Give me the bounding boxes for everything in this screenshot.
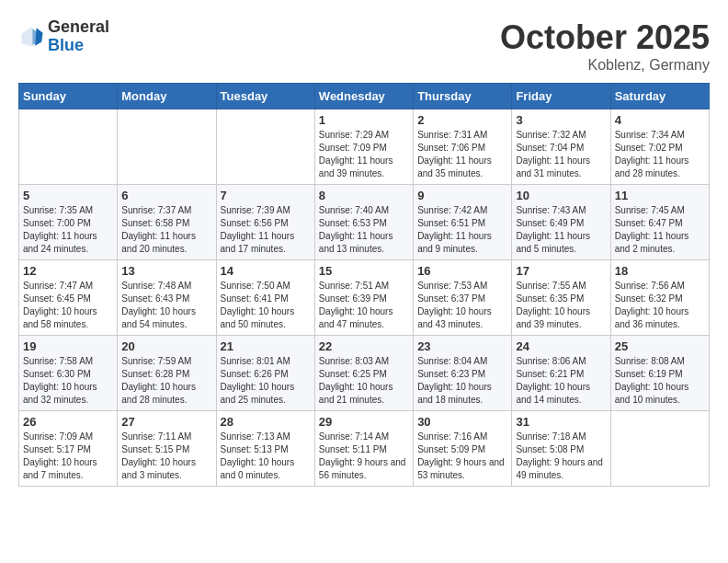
weekday-header-sunday: Sunday: [19, 84, 118, 109]
day-content: Sunrise: 8:06 AM Sunset: 6:21 PM Dayligh…: [516, 355, 606, 407]
day-content: Sunrise: 7:55 AM Sunset: 6:35 PM Dayligh…: [516, 280, 606, 331]
day-number: 1: [319, 113, 409, 127]
day-content: Sunrise: 8:04 AM Sunset: 6:23 PM Dayligh…: [417, 355, 507, 407]
day-number: 14: [221, 264, 311, 278]
weekday-header-friday: Friday: [512, 84, 610, 109]
calendar-cell: 12Sunrise: 7:47 AM Sunset: 6:45 PM Dayli…: [19, 260, 118, 336]
day-number: 16: [417, 264, 507, 278]
calendar-cell: 25Sunrise: 8:08 AM Sunset: 6:19 PM Dayli…: [610, 336, 709, 411]
day-number: 5: [23, 189, 113, 202]
day-number: 4: [615, 113, 705, 127]
day-content: Sunrise: 7:39 AM Sunset: 6:56 PM Dayligh…: [221, 204, 311, 256]
logo-icon: [18, 24, 44, 50]
logo-blue-text: Blue: [48, 37, 109, 55]
day-content: Sunrise: 7:40 AM Sunset: 6:53 PM Dayligh…: [319, 204, 409, 256]
day-number: 13: [121, 264, 211, 278]
day-number: 8: [319, 189, 409, 202]
location-subtitle: Koblenz, Germany: [500, 57, 710, 74]
calendar: SundayMondayTuesdayWednesdayThursdayFrid…: [18, 83, 710, 487]
day-number: 29: [319, 415, 409, 429]
day-number: 3: [516, 113, 606, 127]
calendar-cell: [216, 109, 314, 185]
weekday-header-thursday: Thursday: [414, 84, 512, 109]
day-number: 23: [417, 339, 507, 353]
day-content: Sunrise: 7:37 AM Sunset: 6:58 PM Dayligh…: [121, 204, 211, 256]
day-content: Sunrise: 7:34 AM Sunset: 7:02 PM Dayligh…: [615, 129, 705, 180]
day-number: 2: [417, 113, 507, 127]
calendar-cell: 29Sunrise: 7:14 AM Sunset: 5:11 PM Dayli…: [314, 411, 413, 487]
day-content: Sunrise: 7:48 AM Sunset: 6:43 PM Dayligh…: [121, 280, 211, 331]
calendar-cell: 19Sunrise: 7:58 AM Sunset: 6:30 PM Dayli…: [19, 336, 118, 411]
day-content: Sunrise: 7:13 AM Sunset: 5:13 PM Dayligh…: [221, 431, 311, 482]
day-number: 21: [221, 339, 311, 353]
calendar-week-2: 5Sunrise: 7:35 AM Sunset: 7:00 PM Daylig…: [19, 185, 710, 260]
logo: General Blue: [18, 18, 109, 55]
day-number: 15: [319, 264, 409, 278]
day-content: Sunrise: 7:50 AM Sunset: 6:41 PM Dayligh…: [221, 280, 311, 331]
day-content: Sunrise: 8:01 AM Sunset: 6:26 PM Dayligh…: [221, 355, 311, 407]
day-content: Sunrise: 7:35 AM Sunset: 7:00 PM Dayligh…: [23, 204, 113, 256]
calendar-cell: 3Sunrise: 7:32 AM Sunset: 7:04 PM Daylig…: [512, 109, 610, 185]
day-content: Sunrise: 7:53 AM Sunset: 6:37 PM Dayligh…: [417, 280, 507, 331]
calendar-week-3: 12Sunrise: 7:47 AM Sunset: 6:45 PM Dayli…: [19, 260, 710, 336]
day-content: Sunrise: 7:43 AM Sunset: 6:49 PM Dayligh…: [516, 204, 606, 256]
calendar-cell: [118, 109, 216, 185]
day-number: 9: [417, 189, 507, 202]
day-content: Sunrise: 7:29 AM Sunset: 7:09 PM Dayligh…: [319, 129, 409, 180]
calendar-cell: 6Sunrise: 7:37 AM Sunset: 6:58 PM Daylig…: [118, 185, 216, 260]
weekday-header-tuesday: Tuesday: [216, 84, 314, 109]
day-number: 24: [516, 339, 606, 353]
calendar-cell: 22Sunrise: 8:03 AM Sunset: 6:25 PM Dayli…: [314, 336, 413, 411]
title-area: October 2025 Koblenz, Germany: [500, 18, 710, 74]
day-number: 6: [121, 189, 211, 202]
calendar-cell: 23Sunrise: 8:04 AM Sunset: 6:23 PM Dayli…: [414, 336, 512, 411]
day-number: 11: [615, 189, 705, 202]
calendar-cell: 20Sunrise: 7:59 AM Sunset: 6:28 PM Dayli…: [118, 336, 216, 411]
calendar-week-1: 1Sunrise: 7:29 AM Sunset: 7:09 PM Daylig…: [19, 109, 710, 185]
calendar-cell: 9Sunrise: 7:42 AM Sunset: 6:51 PM Daylig…: [414, 185, 512, 260]
day-content: Sunrise: 7:11 AM Sunset: 5:15 PM Dayligh…: [121, 431, 211, 482]
day-content: Sunrise: 7:47 AM Sunset: 6:45 PM Dayligh…: [23, 280, 113, 331]
calendar-cell: 27Sunrise: 7:11 AM Sunset: 5:15 PM Dayli…: [118, 411, 216, 487]
calendar-cell: [19, 109, 118, 185]
weekday-header-wednesday: Wednesday: [314, 84, 413, 109]
day-content: Sunrise: 7:14 AM Sunset: 5:11 PM Dayligh…: [319, 431, 409, 482]
calendar-cell: 16Sunrise: 7:53 AM Sunset: 6:37 PM Dayli…: [414, 260, 512, 336]
day-content: Sunrise: 8:08 AM Sunset: 6:19 PM Dayligh…: [615, 355, 705, 407]
calendar-cell: 30Sunrise: 7:16 AM Sunset: 5:09 PM Dayli…: [414, 411, 512, 487]
svg-marker-2: [35, 28, 42, 46]
weekday-header-monday: Monday: [118, 84, 216, 109]
calendar-cell: 11Sunrise: 7:45 AM Sunset: 6:47 PM Dayli…: [610, 185, 709, 260]
day-content: Sunrise: 7:58 AM Sunset: 6:30 PM Dayligh…: [23, 355, 113, 407]
day-number: 19: [23, 339, 113, 353]
day-content: Sunrise: 7:51 AM Sunset: 6:39 PM Dayligh…: [319, 280, 409, 331]
day-number: 27: [121, 415, 211, 429]
calendar-cell: 31Sunrise: 7:18 AM Sunset: 5:08 PM Dayli…: [512, 411, 610, 487]
day-content: Sunrise: 7:31 AM Sunset: 7:06 PM Dayligh…: [417, 129, 507, 180]
day-number: 10: [516, 189, 606, 202]
calendar-cell: 1Sunrise: 7:29 AM Sunset: 7:09 PM Daylig…: [314, 109, 413, 185]
header: General Blue October 2025 Koblenz, Germa…: [18, 18, 710, 74]
month-title: October 2025: [500, 18, 710, 57]
day-number: 18: [615, 264, 705, 278]
weekday-header-row: SundayMondayTuesdayWednesdayThursdayFrid…: [19, 84, 710, 109]
calendar-cell: 21Sunrise: 8:01 AM Sunset: 6:26 PM Dayli…: [216, 336, 314, 411]
calendar-cell: [610, 411, 709, 487]
calendar-cell: 28Sunrise: 7:13 AM Sunset: 5:13 PM Dayli…: [216, 411, 314, 487]
weekday-header-saturday: Saturday: [610, 84, 709, 109]
day-number: 30: [417, 415, 507, 429]
calendar-cell: 4Sunrise: 7:34 AM Sunset: 7:02 PM Daylig…: [610, 109, 709, 185]
day-content: Sunrise: 7:45 AM Sunset: 6:47 PM Dayligh…: [615, 204, 705, 256]
day-content: Sunrise: 7:09 AM Sunset: 5:17 PM Dayligh…: [23, 431, 113, 482]
calendar-cell: 5Sunrise: 7:35 AM Sunset: 7:00 PM Daylig…: [19, 185, 118, 260]
calendar-cell: 17Sunrise: 7:55 AM Sunset: 6:35 PM Dayli…: [512, 260, 610, 336]
day-content: Sunrise: 7:59 AM Sunset: 6:28 PM Dayligh…: [121, 355, 211, 407]
logo-text: General Blue: [48, 18, 109, 55]
day-number: 25: [615, 339, 705, 353]
day-number: 12: [23, 264, 113, 278]
calendar-cell: 14Sunrise: 7:50 AM Sunset: 6:41 PM Dayli…: [216, 260, 314, 336]
day-number: 26: [23, 415, 113, 429]
day-number: 31: [516, 415, 606, 429]
logo-general-text: General: [48, 18, 109, 37]
calendar-cell: 18Sunrise: 7:56 AM Sunset: 6:32 PM Dayli…: [610, 260, 709, 336]
